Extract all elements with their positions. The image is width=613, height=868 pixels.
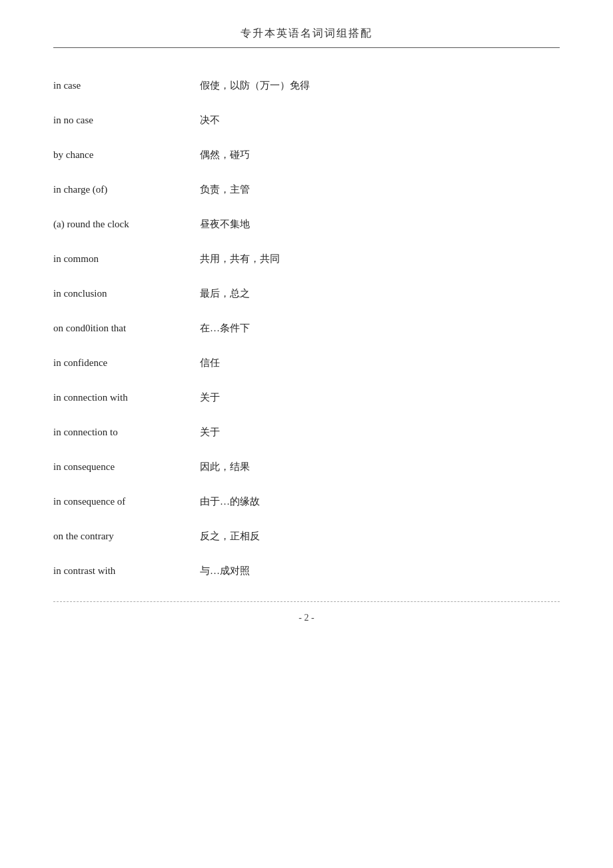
list-item: in connection with关于 [53,380,560,415]
entry-meaning: 与…成对照 [200,563,250,579]
list-item: by chance偶然，碰巧 [53,137,560,172]
entry-meaning: 最后，总之 [200,285,250,301]
list-item: in no case决不 [53,103,560,137]
entry-meaning: 在…条件下 [200,320,250,336]
entry-phrase: in conclusion [53,285,200,301]
entry-phrase: in contrast with [53,563,200,579]
entry-meaning: 由于…的缘故 [200,493,260,509]
entry-meaning: 关于 [200,424,220,440]
entry-phrase: in charge (of) [53,181,200,197]
list-item: (a) round the clock昼夜不集地 [53,207,560,241]
entry-meaning: 共用，共有，共同 [200,251,280,267]
list-item: in confidence信任 [53,345,560,380]
entry-meaning: 昼夜不集地 [200,216,250,232]
entry-phrase: in no case [53,112,200,128]
list-item: in case假使，以防（万一）免得 [53,68,560,103]
list-item: in consequence因此，结果 [53,449,560,484]
list-item: in contrast with与…成对照 [53,553,560,588]
entry-meaning: 因此，结果 [200,459,250,475]
entries-list: in case假使，以防（万一）免得in no case决不by chance偶… [53,68,560,588]
entry-meaning: 偶然，碰巧 [200,147,250,163]
list-item: in conclusion最后，总之 [53,276,560,311]
entry-phrase: in connection with [53,389,200,405]
list-item: in consequence of由于…的缘故 [53,484,560,519]
entry-phrase: in common [53,251,200,267]
entry-phrase: in connection to [53,424,200,440]
entry-meaning: 反之，正相反 [200,528,260,544]
entry-phrase: in case [53,77,200,93]
entry-meaning: 关于 [200,389,220,405]
entry-meaning: 负责，主管 [200,181,250,197]
footer-divider [53,601,560,602]
entry-meaning: 假使，以防（万一）免得 [200,77,310,93]
entry-phrase: in consequence [53,459,200,475]
entry-meaning: 决不 [200,112,220,128]
list-item: in charge (of)负责，主管 [53,172,560,207]
entry-phrase: by chance [53,147,200,163]
entry-phrase: in consequence of [53,493,200,509]
page-footer: - 2 - [53,613,560,623]
list-item: in connection to关于 [53,415,560,449]
list-item: on the contrary反之，正相反 [53,519,560,553]
page: 专升本英语名词词组搭配 in case假使，以防（万一）免得in no case… [0,0,613,868]
list-item: on cond0ition that在…条件下 [53,311,560,345]
entry-phrase: (a) round the clock [53,216,200,232]
entry-phrase: on cond0ition that [53,320,200,336]
page-header: 专升本英语名词词组搭配 [53,27,560,48]
entry-phrase: in confidence [53,355,200,371]
page-title: 专升本英语名词词组搭配 [241,27,372,39]
list-item: in common共用，共有，共同 [53,241,560,276]
entry-meaning: 信任 [200,355,220,371]
page-number: - 2 - [299,613,314,623]
entry-phrase: on the contrary [53,528,200,544]
